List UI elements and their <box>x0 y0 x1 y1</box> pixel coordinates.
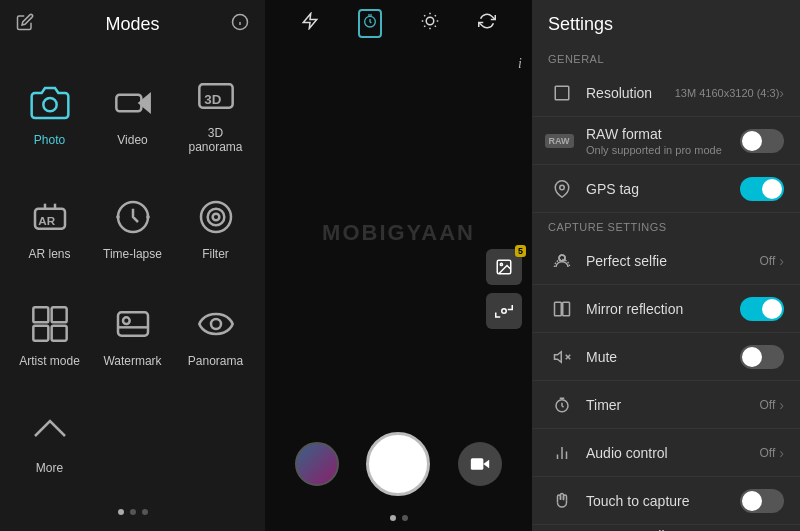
ar-lens-icon: AR <box>26 193 74 241</box>
info-icon[interactable] <box>231 13 249 36</box>
settings-item-timer[interactable]: Timer Off › <box>532 381 800 429</box>
resolution-icon <box>548 84 576 102</box>
svg-marker-39 <box>483 460 489 468</box>
mute-title: Mute <box>586 349 740 365</box>
video-record-button[interactable] <box>458 442 502 486</box>
perfect-selfie-title: Perfect selfie <box>586 253 760 269</box>
mode-item-ar-lens[interactable]: AR AR lens <box>12 177 87 276</box>
capture-smiles-title: Capture smiles <box>586 528 740 532</box>
panorama-icon <box>192 300 240 348</box>
dot-3 <box>142 509 148 515</box>
svg-rect-40 <box>471 458 484 470</box>
camera-side-gallery-btn[interactable]: 5 <box>486 249 522 285</box>
settings-item-raw-format[interactable]: RAW RAW format Only supported in pro mod… <box>532 117 800 165</box>
audio-control-arrow: › <box>779 445 784 461</box>
resolution-content: Resolution <box>576 85 675 101</box>
camera-dot-1 <box>390 515 396 521</box>
audio-control-value: Off <box>760 446 776 460</box>
camera-top-bar <box>265 0 532 46</box>
camera-icon <box>26 79 74 127</box>
gallery-thumbnail[interactable] <box>295 442 339 486</box>
camera-side-settings-btn[interactable] <box>486 293 522 329</box>
settings-item-gps-tag[interactable]: GPS tag <box>532 165 800 213</box>
gps-tag-toggle-thumb <box>762 179 782 199</box>
svg-point-16 <box>207 209 224 226</box>
camera-side-controls: 5 <box>486 249 522 329</box>
gps-tag-toggle[interactable] <box>740 177 784 201</box>
camera-switch-icon[interactable] <box>478 12 496 35</box>
timer-settings-icon <box>548 396 576 414</box>
video-label: Video <box>117 133 147 147</box>
settings-item-resolution[interactable]: Resolution 13M 4160x3120 (4:3) › <box>532 69 800 117</box>
settings-title: Settings <box>532 0 800 45</box>
mode-item-time-lapse[interactable]: Time-lapse <box>95 177 170 276</box>
settings-item-capture-smiles[interactable]: Capture smiles Take photos automatically… <box>532 525 800 531</box>
resolution-arrow: › <box>779 85 784 101</box>
modes-header: Modes <box>0 0 265 48</box>
svg-rect-4 <box>116 94 141 111</box>
modes-pagination <box>0 499 265 531</box>
audio-control-icon <box>548 444 576 462</box>
settings-item-touch-to-capture[interactable]: Touch to capture <box>532 477 800 525</box>
modes-grid: Photo Video 3D 3D panorama <box>0 48 265 499</box>
capture-smiles-content: Capture smiles Take photos automatically… <box>576 528 740 532</box>
modes-panel: Modes Photo <box>0 0 265 531</box>
brightness-icon[interactable] <box>421 12 439 35</box>
mute-toggle[interactable] <box>740 345 784 369</box>
raw-format-subtitle: Only supported in pro mode <box>586 144 740 156</box>
timelapse-icon <box>109 193 157 241</box>
settings-item-perfect-selfie[interactable]: Perfect selfie Off › <box>532 237 800 285</box>
mode-item-watermark[interactable]: Watermark <box>95 285 170 384</box>
mode-item-filter[interactable]: Filter <box>178 177 253 276</box>
touch-capture-toggle[interactable] <box>740 489 784 513</box>
svg-rect-45 <box>555 302 562 316</box>
shutter-button[interactable] <box>366 432 430 496</box>
timer-value: Off <box>760 398 776 412</box>
touch-capture-title: Touch to capture <box>586 493 740 509</box>
3d-panorama-label: 3D panorama <box>182 126 249 154</box>
settings-item-mirror-reflection[interactable]: Mirror reflection <box>532 285 800 333</box>
settings-item-audio-control[interactable]: Audio control Off › <box>532 429 800 477</box>
edit-icon[interactable] <box>16 13 34 36</box>
mode-item-more[interactable]: More <box>12 392 87 491</box>
filter-label: Filter <box>202 247 229 261</box>
mode-item-photo[interactable]: Photo <box>12 56 87 169</box>
svg-rect-19 <box>51 307 66 322</box>
camera-info-button[interactable]: i <box>518 56 522 72</box>
perfect-selfie-content: Perfect selfie <box>576 253 760 269</box>
mode-item-3d-panorama[interactable]: 3D 3D panorama <box>178 56 253 169</box>
touch-capture-content: Touch to capture <box>576 493 740 509</box>
timer-arrow: › <box>779 397 784 413</box>
svg-rect-46 <box>563 302 570 316</box>
audio-control-title: Audio control <box>586 445 760 461</box>
audio-control-content: Audio control <box>576 445 760 461</box>
shutter-inner <box>372 438 424 490</box>
raw-format-toggle[interactable] <box>740 129 784 153</box>
camera-bottom-bar <box>265 419 532 509</box>
ar-lens-label: AR lens <box>28 247 70 261</box>
mode-item-artist-mode[interactable]: Artist mode <box>12 285 87 384</box>
camera-viewfinder: MOBIGYAAN i 5 <box>265 46 532 419</box>
svg-marker-26 <box>303 13 317 28</box>
svg-line-31 <box>424 15 425 16</box>
mute-content: Mute <box>576 349 740 365</box>
touch-capture-toggle-thumb <box>742 491 762 511</box>
timer-icon[interactable] <box>358 9 382 38</box>
gps-icon <box>548 180 576 198</box>
mirror-reflection-toggle[interactable] <box>740 297 784 321</box>
gps-tag-title: GPS tag <box>586 181 740 197</box>
mirror-reflection-content: Mirror reflection <box>576 301 740 317</box>
flash-icon[interactable] <box>301 12 319 35</box>
camera-watermark: MOBIGYAAN <box>322 220 475 246</box>
mute-icon <box>548 348 576 366</box>
svg-rect-20 <box>33 326 48 341</box>
settings-item-mute[interactable]: Mute <box>532 333 800 381</box>
modes-title: Modes <box>105 14 159 35</box>
artist-mode-label: Artist mode <box>19 354 80 368</box>
svg-text:3D: 3D <box>204 92 221 107</box>
svg-point-17 <box>212 214 219 221</box>
raw-tag: RAW <box>545 134 574 148</box>
mirror-reflection-toggle-thumb <box>762 299 782 319</box>
mode-item-panorama[interactable]: Panorama <box>178 285 253 384</box>
mode-item-video[interactable]: Video <box>95 56 170 169</box>
